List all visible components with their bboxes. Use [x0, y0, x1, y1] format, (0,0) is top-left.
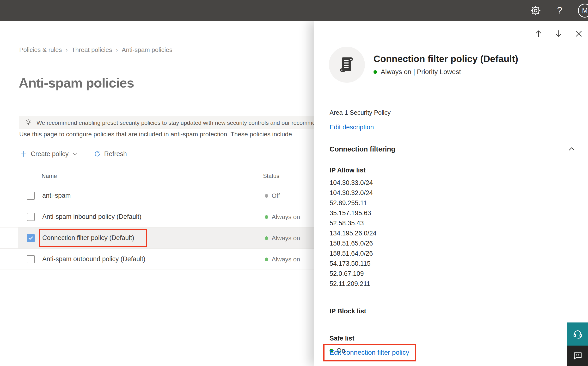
column-header-name[interactable]: Name [42, 173, 57, 179]
chevron-down-icon [72, 151, 78, 157]
breadcrumb-policies-rules[interactable]: Policies & rules [19, 46, 62, 54]
section-title: Connection filtering [330, 145, 395, 153]
settings-gear-icon[interactable] [530, 5, 541, 16]
status-dot-on [265, 236, 268, 240]
column-header-status[interactable]: Status [263, 173, 279, 179]
row-checkbox[interactable] [27, 255, 35, 263]
support-button[interactable] [567, 322, 588, 346]
status-label: Always on [272, 256, 300, 263]
refresh-button[interactable]: Refresh [94, 150, 127, 158]
create-policy-button[interactable]: Create policy [20, 150, 78, 158]
policy-description: Area 1 Security Policy [330, 109, 390, 116]
feedback-chat-icon [573, 351, 583, 361]
breadcrumb-separator: › [66, 47, 68, 53]
page-description: Use this page to configure policies that… [19, 130, 314, 138]
next-item-arrow-down-icon[interactable] [554, 29, 564, 38]
ip-entry: 52.11.209.211 [330, 279, 376, 289]
close-icon[interactable] [574, 29, 584, 38]
ip-entry: 158.51.65.0/26 [330, 238, 376, 248]
ip-entry: 104.30.32.0/24 [330, 188, 376, 198]
ip-entry: 134.195.26.0/24 [330, 228, 376, 238]
help-glyph: ? [557, 5, 562, 16]
status-label: Off [272, 192, 280, 200]
toolbar: Create policy Refresh [20, 148, 127, 160]
status-label: Always on [272, 213, 300, 221]
policy-name[interactable]: Connection filter policy (Default) [42, 234, 134, 242]
flyout-nav [534, 29, 584, 38]
policy-details-flyout: Connection filter policy (Default) Alway… [314, 21, 588, 366]
row-checkbox[interactable] [27, 213, 35, 221]
refresh-label: Refresh [104, 150, 127, 158]
refresh-icon [94, 150, 101, 158]
account-avatar[interactable]: M [578, 4, 588, 18]
banner-text: We recommend enabling preset security po… [37, 120, 315, 126]
breadcrumb-threat-policies[interactable]: Threat policies [72, 46, 112, 54]
flyout-title: Connection filter policy (Default) [374, 54, 518, 64]
connection-filtering-section-header: Connection filtering [330, 145, 576, 153]
status-priority-text: Always on | Priority Lowest [381, 68, 461, 76]
ip-entry: 52.58.35.43 [330, 218, 376, 228]
flyout-header: Connection filter policy (Default) Alway… [329, 47, 518, 83]
ip-block-list-title: IP Block list [330, 308, 366, 315]
ip-entry: 158.51.64.0/26 [330, 248, 376, 259]
row-checkbox[interactable] [27, 192, 35, 200]
ip-entry: 52.0.67.109 [330, 269, 376, 279]
ip-entry: 104.30.33.0/24 [330, 178, 376, 188]
page-title: Anti-spam policies [19, 75, 134, 91]
ip-entry: 54.173.50.115 [330, 259, 376, 269]
ip-allow-list: 104.30.33.0/24 104.30.32.0/24 52.89.255.… [330, 178, 376, 289]
top-app-bar: ? M [0, 0, 588, 21]
policy-scroll-icon [329, 47, 365, 83]
create-policy-label: Create policy [31, 150, 69, 158]
status-dot-off [265, 194, 268, 198]
ip-entry: 52.89.255.11 [330, 198, 376, 208]
status-dot-on [374, 70, 377, 74]
status-dot-on [265, 258, 268, 261]
plus-icon [20, 150, 27, 158]
edit-description-link[interactable]: Edit description [330, 124, 374, 131]
safe-list-title: Safe list [330, 335, 354, 342]
divider [330, 137, 576, 137]
feedback-button[interactable] [567, 346, 588, 366]
previous-item-arrow-up-icon[interactable] [534, 29, 543, 38]
help-icon[interactable]: ? [554, 5, 566, 16]
ip-allow-list-title: IP Allow list [330, 167, 366, 174]
breadcrumb-separator: › [116, 47, 118, 53]
row-checkbox-checked[interactable] [27, 234, 35, 242]
status-dot-on [265, 215, 268, 219]
avatar-initial: M [582, 7, 588, 15]
edit-connection-filter-policy-link[interactable]: Edit connection filter policy [330, 349, 409, 356]
ip-entry: 35.157.195.63 [330, 208, 376, 218]
policy-name[interactable]: anti-spam [42, 192, 71, 199]
chevron-up-icon[interactable] [568, 145, 576, 153]
breadcrumb: Policies & rules › Threat policies › Ant… [19, 46, 172, 54]
policy-name[interactable]: Anti-spam outbound policy (Default) [42, 255, 145, 263]
status-label: Always on [272, 235, 300, 242]
headset-icon [572, 328, 583, 340]
lightbulb-icon [24, 119, 32, 127]
flyout-status-line: Always on | Priority Lowest [374, 68, 518, 76]
policy-name[interactable]: Anti-spam inbound policy (Default) [42, 213, 141, 221]
breadcrumb-anti-spam-policies[interactable]: Anti-spam policies [122, 46, 172, 54]
